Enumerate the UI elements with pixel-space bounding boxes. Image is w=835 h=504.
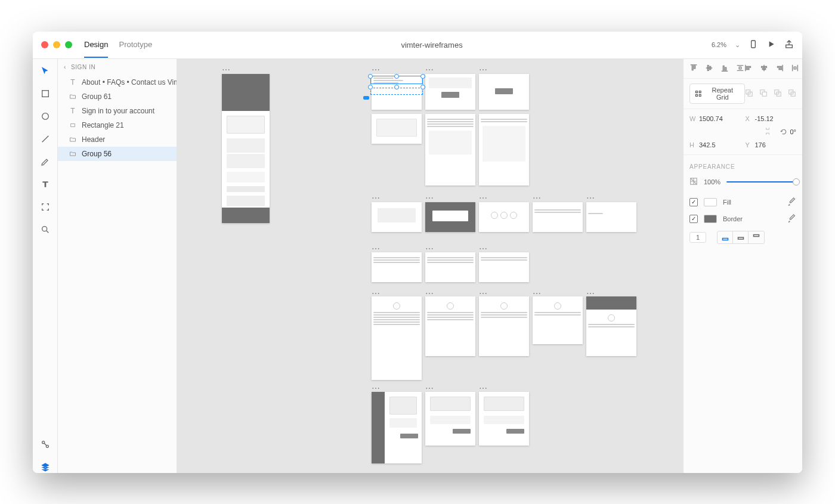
selection-handle[interactable] [420, 74, 425, 79]
artboard[interactable] [372, 392, 422, 463]
back-chevron-icon[interactable]: ‹ [64, 64, 66, 70]
selection-handle[interactable] [394, 85, 399, 89]
artboard[interactable] [372, 114, 422, 144]
artboard[interactable] [372, 252, 422, 282]
artboard[interactable] [479, 114, 529, 185]
stroke-center-icon[interactable] [733, 231, 749, 243]
tab-prototype[interactable]: Prototype [119, 40, 152, 58]
device-preview-icon[interactable] [749, 39, 758, 50]
share-icon[interactable] [784, 39, 794, 50]
align-right-icon[interactable] [775, 64, 784, 73]
distribute-h-icon[interactable] [791, 64, 799, 73]
text-tool-icon[interactable] [39, 178, 51, 190]
selection-handle[interactable] [368, 85, 373, 89]
artboard[interactable] [479, 74, 529, 110]
stroke-width-input[interactable]: 1 [689, 232, 706, 243]
line-tool-icon[interactable] [39, 133, 51, 145]
artboard[interactable] [425, 392, 475, 446]
opacity-value[interactable]: 100% [704, 178, 720, 185]
zoom-window-button[interactable] [65, 41, 72, 48]
folder-icon [69, 93, 77, 100]
artboard-menu-icon[interactable]: ⋯ [372, 65, 381, 75]
artboard[interactable] [425, 252, 475, 282]
tab-design[interactable]: Design [84, 40, 108, 58]
boolean-intersect-icon[interactable] [774, 89, 782, 98]
layer-item[interactable]: T Sign in to your account [58, 104, 177, 118]
artboard-menu-icon[interactable]: ⋯ [479, 193, 488, 203]
layer-item[interactable]: Rectangle 21 [58, 118, 177, 132]
pen-tool-icon[interactable] [39, 156, 51, 168]
layer-item-selected[interactable]: Group 56 [58, 147, 177, 161]
zoom-level[interactable]: 6.2% [712, 41, 726, 48]
play-preview-icon[interactable] [766, 39, 776, 50]
zoom-dropdown-icon[interactable]: ⌄ [735, 41, 740, 49]
artboard[interactable] [586, 296, 636, 356]
fill-swatch[interactable] [704, 198, 717, 206]
x-field[interactable]: X-15.12 [746, 115, 797, 122]
folder-icon [69, 136, 77, 143]
boolean-exclude-icon[interactable] [788, 89, 796, 98]
artboard[interactable] [425, 74, 475, 110]
align-bottom-icon[interactable] [720, 64, 729, 73]
selection-handle[interactable] [368, 74, 373, 79]
layers-panel-icon[interactable] [39, 461, 51, 473]
artboard-menu-icon[interactable]: ⋯ [222, 65, 231, 75]
height-field[interactable]: H342.5 [689, 141, 741, 149]
canvas[interactable]: ⋯ ⋯ [177, 59, 683, 473]
layer-item[interactable]: T About • FAQs • Contact us Vimt... [58, 75, 177, 89]
selection-handle[interactable] [420, 85, 425, 89]
artboard[interactable] [479, 252, 529, 282]
stroke-outer-icon[interactable] [749, 231, 764, 243]
opacity-slider[interactable] [726, 181, 796, 183]
stroke-inner-icon[interactable] [718, 231, 733, 243]
artboard-menu-icon[interactable]: ⋯ [586, 193, 595, 203]
artboard[interactable] [479, 392, 529, 446]
minimize-window-button[interactable] [53, 41, 60, 48]
distribute-v-icon[interactable] [736, 64, 744, 73]
layers-breadcrumb[interactable]: ‹ SIGN IN [58, 59, 177, 75]
artboard[interactable] [425, 296, 475, 356]
window-controls [41, 41, 72, 48]
align-hcenter-icon[interactable] [760, 64, 768, 73]
select-tool-icon[interactable] [39, 65, 51, 77]
lock-aspect-icon[interactable] [765, 127, 771, 137]
artboard[interactable] [425, 114, 475, 185]
boolean-union-icon[interactable] [745, 89, 753, 98]
border-checkbox[interactable] [689, 215, 698, 223]
artboard[interactable] [425, 202, 475, 232]
artboard[interactable] [586, 202, 636, 232]
artboard[interactable] [479, 202, 529, 232]
align-left-icon[interactable] [744, 64, 753, 73]
artboard-menu-icon[interactable]: ⋯ [479, 65, 488, 75]
repeat-grid-button[interactable]: Repeat Grid [689, 84, 745, 104]
artboard[interactable] [533, 296, 583, 344]
eyedropper-icon[interactable] [788, 214, 796, 224]
align-vcenter-icon[interactable] [705, 64, 713, 73]
zoom-tool-icon[interactable] [39, 224, 51, 236]
fill-checkbox[interactable] [689, 198, 698, 206]
border-swatch[interactable] [704, 215, 717, 223]
ellipse-tool-icon[interactable] [39, 110, 51, 122]
artboard[interactable] [479, 296, 529, 356]
selection-handle[interactable] [394, 74, 399, 79]
rotate-icon[interactable]: 0° [780, 128, 796, 135]
artboard[interactable] [533, 202, 583, 232]
artboard-menu-icon[interactable]: ⋯ [425, 193, 434, 203]
close-window-button[interactable] [41, 41, 48, 48]
layer-item[interactable]: Header [58, 132, 177, 147]
artboard-menu-icon[interactable]: ⋯ [372, 193, 381, 203]
artboard[interactable] [372, 296, 422, 380]
assets-panel-icon[interactable] [39, 438, 51, 450]
rectangle-tool-icon[interactable] [39, 88, 51, 100]
width-field[interactable]: W1500.74 [689, 115, 741, 122]
artboard[interactable] [222, 74, 270, 223]
artboard-tool-icon[interactable] [39, 201, 51, 213]
boolean-subtract-icon[interactable] [759, 89, 768, 98]
align-top-icon[interactable] [689, 64, 698, 73]
layer-item[interactable]: Group 61 [58, 89, 177, 104]
y-field[interactable]: Y176 [746, 141, 797, 149]
eyedropper-icon[interactable] [788, 197, 796, 207]
artboard-menu-icon[interactable]: ⋯ [425, 65, 434, 75]
artboard-menu-icon[interactable]: ⋯ [533, 193, 542, 203]
artboard[interactable] [372, 202, 422, 232]
